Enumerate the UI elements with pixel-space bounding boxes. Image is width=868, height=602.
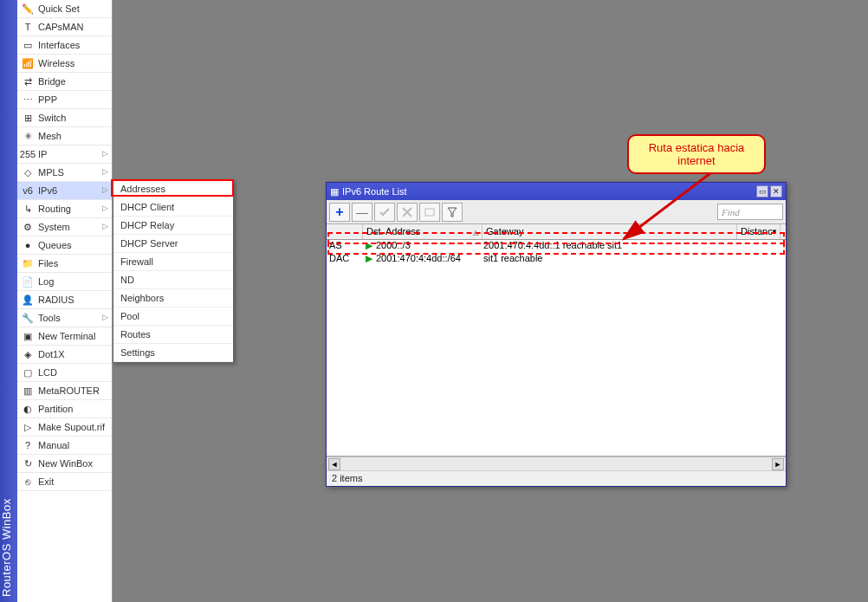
submenu-arrow-icon: ▷ (102, 167, 108, 176)
disable-button[interactable] (397, 203, 418, 222)
menu-icon: ● (21, 238, 35, 252)
submenu-item-dhcp-relay[interactable]: DHCP Relay (113, 217, 233, 235)
sidebar-item-mpls[interactable]: ◇MPLS▷ (17, 164, 112, 182)
sidebar-item-label: Tools (38, 313, 61, 323)
menu-icon: 📄 (21, 275, 35, 288)
enable-button[interactable] (374, 203, 395, 222)
minimize-button[interactable]: ▭ (756, 185, 768, 197)
menu-icon: ⚙ (21, 220, 35, 234)
sidebar-item-ip[interactable]: 255IP▷ (17, 146, 112, 164)
horizontal-scrollbar[interactable]: ◄ ► (327, 456, 786, 470)
titlebar[interactable]: ▦ IPv6 Route List ▭ ✕ (327, 183, 786, 200)
table-header: Dst. Address △ Gateway Distanc ▼ (327, 224, 786, 240)
sidebar-item-new-winbox[interactable]: ↻New WinBox (17, 455, 112, 473)
menu-icon: ▣ (21, 329, 35, 343)
sidebar-item-label: New Terminal (38, 331, 95, 341)
sidebar-item-system[interactable]: ⚙System▷ (17, 218, 112, 236)
sidebar-item-wireless[interactable]: 📶Wireless (17, 55, 112, 73)
toolbar: + — Find (327, 200, 786, 224)
filter-button[interactable] (442, 203, 463, 222)
sidebar-item-radius[interactable]: 👤RADIUS (17, 291, 112, 309)
sidebar-item-ipv6[interactable]: v6IPv6▷ (17, 182, 112, 200)
sidebar-item-partition[interactable]: ◐Partition (17, 400, 112, 418)
menu-icon: ✳ (21, 129, 35, 143)
sidebar-item-log[interactable]: 📄Log (17, 273, 112, 291)
menu-icon: ⇄ (21, 74, 35, 88)
sidebar: ✏️Quick SetTCAPsMAN▭Interfaces📶Wireless⇄… (17, 0, 113, 602)
sidebar-item-label: Manual (38, 440, 69, 450)
submenu-item-dhcp-client[interactable]: DHCP Client (113, 198, 233, 217)
submenu-item-nd[interactable]: ND (113, 271, 233, 289)
sidebar-item-label: Files (38, 258, 58, 269)
sidebar-item-metarouter[interactable]: ▥MetaROUTER (17, 382, 112, 400)
menu-icon: T (21, 20, 35, 34)
sidebar-item-label: Queues (38, 240, 72, 250)
submenu-item-neighbors[interactable]: Neighbors (113, 289, 233, 307)
menu-icon: ↳ (21, 202, 35, 216)
sidebar-item-files[interactable]: 📁Files (17, 255, 112, 273)
submenu-item-pool[interactable]: Pool (113, 307, 233, 326)
find-input[interactable]: Find (717, 204, 783, 220)
menu-icon: 📶 (21, 56, 35, 70)
sidebar-item-quick-set[interactable]: ✏️Quick Set (17, 0, 112, 18)
submenu-item-routes[interactable]: Routes (113, 326, 233, 344)
comment-button[interactable] (419, 203, 440, 222)
sort-indicator-icon: △ (473, 229, 478, 236)
sidebar-item-label: Make Supout.rif (38, 422, 105, 432)
col-dst-address[interactable]: Dst. Address △ (363, 224, 483, 239)
sidebar-item-label: Routing (38, 204, 71, 214)
cell-gateway: sit1 reachable (483, 253, 737, 266)
col-dst-label: Dst. Address (366, 226, 420, 236)
sidebar-item-label: Dot1X (38, 349, 65, 359)
submenu-item-label: DHCP Relay (120, 220, 174, 230)
sidebar-item-make-supout-rif[interactable]: ▷Make Supout.rif (17, 418, 112, 437)
menu-icon: ▢ (21, 366, 35, 379)
col-gateway[interactable]: Gateway (483, 224, 737, 239)
sidebar-item-label: CAPsMAN (38, 22, 84, 32)
sidebar-item-interfaces[interactable]: ▭Interfaces (17, 36, 112, 55)
svg-marker-3 (448, 208, 457, 217)
sidebar-item-mesh[interactable]: ✳Mesh (17, 127, 112, 146)
sidebar-item-capsman[interactable]: TCAPsMAN (17, 18, 112, 36)
sidebar-item-routing[interactable]: ↳Routing▷ (17, 200, 112, 218)
sidebar-item-lcd[interactable]: ▢LCD (17, 364, 112, 382)
status-bar: 2 items (327, 470, 786, 486)
submenu-item-settings[interactable]: Settings (113, 344, 233, 362)
col-flags[interactable] (327, 224, 363, 239)
scroll-right-arrow[interactable]: ► (772, 458, 784, 470)
col-distance[interactable]: Distanc ▼ (737, 224, 781, 239)
menu-icon: ▭ (21, 38, 35, 52)
sidebar-item-ppp[interactable]: ⋯PPP (17, 91, 112, 109)
sidebar-item-label: IP (38, 149, 47, 159)
sidebar-item-exit[interactable]: ⎋Exit (17, 473, 112, 491)
table-row[interactable]: AS▶2000::/32001:470:4:4dd::1 reachable s… (327, 240, 786, 253)
menu-icon: 👤 (21, 293, 35, 307)
sidebar-item-dot1x[interactable]: ◈Dot1X (17, 346, 112, 364)
submenu-item-addresses[interactable]: Addresses (113, 180, 233, 198)
sidebar-item-bridge[interactable]: ⇄Bridge (17, 73, 112, 91)
window-icon: ▦ (330, 186, 339, 197)
submenu-item-label: Addresses (120, 184, 165, 194)
close-button[interactable]: ✕ (770, 185, 782, 197)
sidebar-item-switch[interactable]: ⊞Switch (17, 109, 112, 127)
table-row[interactable]: DAC▶2001:470:4:4dd::/64sit1 reachable (327, 253, 786, 266)
sidebar-item-label: Partition (38, 404, 73, 414)
table-body: AS▶2000::/32001:470:4:4dd::1 reachable s… (327, 240, 786, 456)
submenu-item-label: Pool (120, 311, 139, 321)
submenu-item-firewall[interactable]: Firewall (113, 253, 233, 271)
scroll-left-arrow[interactable]: ◄ (328, 458, 340, 470)
submenu-item-dhcp-server[interactable]: DHCP Server (113, 235, 233, 253)
sidebar-item-tools[interactable]: 🔧Tools▷ (17, 309, 112, 327)
sidebar-item-label: Wireless (38, 58, 74, 68)
menu-icon: 255 (21, 147, 35, 161)
remove-button[interactable]: — (352, 203, 372, 222)
dropdown-icon[interactable]: ▼ (771, 228, 778, 236)
add-button[interactable]: + (329, 203, 350, 222)
sidebar-item-label: IPv6 (38, 185, 57, 196)
sidebar-item-queues[interactable]: ●Queues (17, 236, 112, 255)
sidebar-item-manual[interactable]: ?Manual (17, 437, 112, 455)
sidebar-item-new-terminal[interactable]: ▣New Terminal (17, 327, 112, 346)
app-title-vertical: RouterOS WinBox (0, 0, 17, 602)
submenu-arrow-icon: ▷ (102, 204, 108, 212)
menu-icon: ▷ (21, 420, 35, 434)
